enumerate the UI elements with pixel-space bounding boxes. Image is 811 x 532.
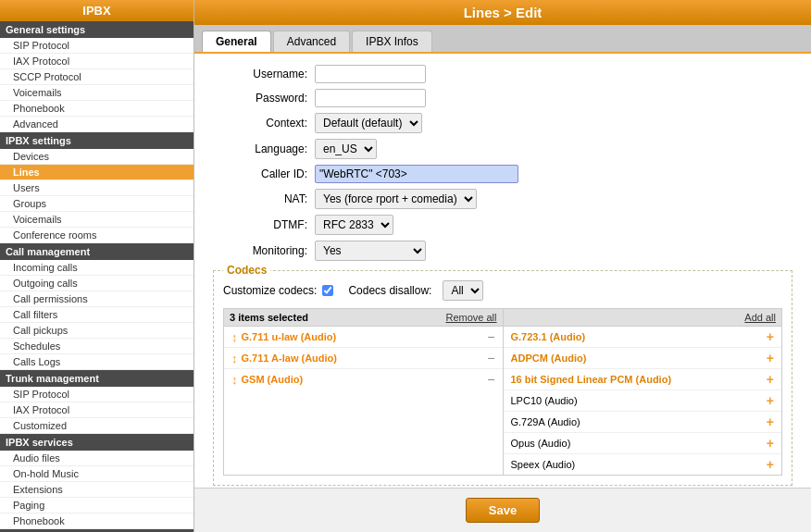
codec-remove-button[interactable]: − — [487, 329, 494, 344]
sidebar-item-lines[interactable]: Lines — [0, 165, 193, 180]
selected-codec-gsm: ↕GSM (Audio)− — [224, 369, 503, 390]
available-codec-speex: Speex (Audio)+ — [504, 454, 782, 475]
language-label: Language: — [213, 142, 315, 155]
dtmf-row: DTMF: RFC 2833 — [213, 215, 792, 235]
codec-remove-button[interactable]: − — [487, 372, 494, 387]
disallow-label: Codecs disallow: — [348, 284, 431, 297]
sidebar-item-iax-protocol[interactable]: IAX Protocol — [0, 54, 193, 69]
monitoring-label: Monitoring: — [213, 244, 315, 257]
codecs-available-panel: Add all G.723.1 (Audio)+ADPCM (Audio)+16… — [504, 308, 783, 476]
sidebar-section: General settings — [0, 21, 193, 38]
sidebar-item-voicemails2[interactable]: Voicemails — [0, 212, 193, 228]
sidebar-item-audio-files[interactable]: Audio files — [0, 451, 193, 466]
language-select[interactable]: en_US — [315, 139, 377, 159]
save-button[interactable]: Save — [466, 498, 540, 523]
codec-add-button[interactable]: + — [767, 414, 774, 429]
disallow-select[interactable]: All — [443, 280, 483, 301]
password-label: Password: — [213, 92, 315, 105]
sidebar-item-sip-protocol[interactable]: SIP Protocol — [0, 38, 193, 54]
page-title: Lines > Edit — [194, 0, 811, 25]
sidebar-section: Call management — [0, 243, 193, 260]
main-content: Username: Password: Context: Default (de… — [194, 54, 811, 488]
codec-label: GSM (Audio) — [242, 374, 488, 385]
monitoring-select[interactable]: Yes — [315, 241, 426, 261]
tabs-bar: General Advanced IPBX Infos — [194, 25, 811, 54]
sidebar-item-call-pickups[interactable]: Call pickups — [0, 323, 193, 339]
sidebar-item-extensions[interactable]: Extensions — [0, 482, 193, 498]
sidebar-section: Trunk management — [0, 370, 193, 387]
dtmf-select[interactable]: RFC 2833 — [315, 215, 393, 235]
codecs-selected-header: 3 items selected Remove all — [224, 309, 503, 327]
sidebar-item-phonebook2[interactable]: Phonebook — [0, 513, 193, 529]
sidebar-item-call-filters[interactable]: Call filters — [0, 307, 193, 323]
sidebar-item-conference-rooms[interactable]: Conference rooms — [0, 228, 193, 243]
available-codec-g7231: G.723.1 (Audio)+ — [504, 327, 782, 348]
sidebar-item-trunk-iax[interactable]: IAX Protocol — [0, 402, 193, 418]
context-row: Context: Default (default) — [213, 113, 792, 133]
caller-id-input[interactable] — [315, 165, 518, 183]
caller-id-row: Caller ID: — [213, 165, 792, 183]
codec-add-button[interactable]: + — [767, 457, 774, 472]
username-label: Username: — [213, 68, 315, 80]
codec-add-button[interactable]: + — [767, 436, 774, 451]
tab-general[interactable]: General — [202, 31, 271, 52]
codec-label: G.711 A-law (Audio) — [242, 353, 488, 364]
sidebar-item-trunk-custom[interactable]: Customized — [0, 418, 193, 434]
codec-add-button[interactable]: + — [767, 329, 774, 344]
codec-label: 16 bit Signed Linear PCM (Audio) — [511, 374, 767, 385]
sidebar-item-advanced[interactable]: Advanced — [0, 117, 193, 132]
nat-select[interactable]: Yes (force rport + comedia) — [315, 189, 477, 209]
sidebar-title: IPBX — [0, 0, 193, 21]
sidebar-item-schedules[interactable]: Schedules — [0, 339, 193, 354]
context-select[interactable]: Default (default) — [315, 113, 422, 133]
username-input[interactable] — [315, 65, 426, 83]
sidebar-item-devices[interactable]: Devices — [0, 149, 193, 165]
customize-codecs-checkbox[interactable] — [322, 285, 333, 296]
sidebar-item-groups[interactable]: Groups — [0, 196, 193, 212]
sidebar-item-paging[interactable]: Paging — [0, 498, 193, 513]
sidebar-item-voicemails[interactable]: Voicemails — [0, 85, 193, 101]
codec-arrow-icon: ↕ — [231, 373, 238, 387]
codec-remove-button[interactable]: − — [487, 351, 494, 365]
sidebar-item-sccp-protocol[interactable]: SCCP Protocol — [0, 69, 193, 85]
sidebar-item-on-hold-music[interactable]: On-hold Music — [0, 466, 193, 482]
available-codec-g729a: G.729A (Audio)+ — [504, 412, 782, 433]
codec-add-button[interactable]: + — [767, 393, 774, 408]
selected-codec-g711a: ↕G.711 A-law (Audio)− — [224, 348, 503, 369]
codec-add-button[interactable]: + — [767, 372, 774, 387]
codecs-lists: 3 items selected Remove all ↕G.711 u-law… — [223, 308, 782, 476]
codec-label: G.711 u-law (Audio) — [242, 331, 488, 342]
available-codec-adpcm: ADPCM (Audio)+ — [504, 348, 782, 369]
codec-arrow-icon: ↕ — [231, 330, 238, 344]
selected-count: 3 items selected — [230, 312, 308, 323]
tab-advanced[interactable]: Advanced — [273, 31, 350, 52]
main-area: Lines > Edit General Advanced IPBX Infos… — [194, 0, 811, 532]
tab-ipbx-infos[interactable]: IPBX Infos — [352, 31, 432, 52]
codecs-section-label: Codecs — [223, 264, 270, 277]
codec-label: Opus (Audio) — [511, 438, 767, 449]
remove-all-button[interactable]: Remove all — [445, 312, 496, 323]
sidebar: IPBX General settingsSIP ProtocolIAX Pro… — [0, 0, 194, 532]
codec-add-button[interactable]: + — [767, 351, 774, 365]
sidebar-item-phonebook[interactable]: Phonebook — [0, 101, 193, 117]
nat-row: NAT: Yes (force rport + comedia) — [213, 189, 792, 209]
add-all-button[interactable]: Add all — [744, 312, 776, 323]
codecs-selected-panel: 3 items selected Remove all ↕G.711 u-law… — [223, 308, 504, 476]
context-label: Context: — [213, 117, 315, 130]
sidebar-item-calls-logs[interactable]: Calls Logs — [0, 354, 193, 370]
codecs-section: Codecs Customize codecs: Codecs disallow… — [213, 270, 792, 486]
selected-codec-g711u: ↕G.711 u-law (Audio)− — [224, 327, 503, 348]
monitoring-row: Monitoring: Yes — [213, 241, 792, 261]
password-input[interactable] — [315, 89, 426, 107]
sidebar-item-trunk-sip[interactable]: SIP Protocol — [0, 387, 193, 402]
codecs-options: Customize codecs: Codecs disallow: All — [223, 280, 782, 301]
sidebar-section: IPBX services — [0, 434, 193, 451]
customize-codecs-label: Customize codecs: — [223, 284, 317, 297]
sidebar-item-outgoing-calls[interactable]: Outgoing calls — [0, 276, 193, 291]
codec-label: ADPCM (Audio) — [511, 353, 767, 364]
form-section: Username: Password: Context: Default (de… — [213, 65, 792, 261]
sidebar-item-users[interactable]: Users — [0, 180, 193, 196]
sidebar-section: IPBX settings — [0, 132, 193, 149]
sidebar-item-call-permissions[interactable]: Call permissions — [0, 291, 193, 307]
sidebar-item-incoming-calls[interactable]: Incoming calls — [0, 260, 193, 276]
